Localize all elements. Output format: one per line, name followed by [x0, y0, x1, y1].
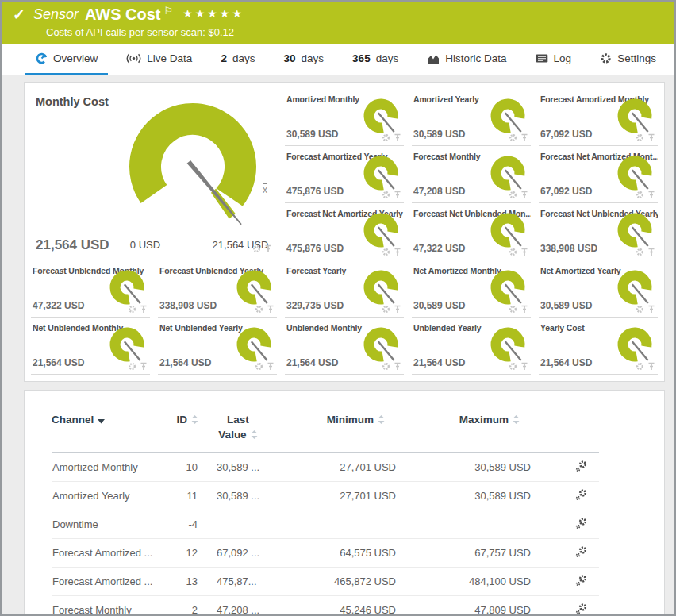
gauge-value: 475,876 USD: [286, 186, 344, 197]
pin-icon[interactable]: [140, 305, 148, 314]
gear-icon[interactable]: [636, 305, 644, 314]
pin-icon[interactable]: [140, 362, 148, 371]
gear-icon[interactable]: [382, 191, 390, 199]
pin-icon[interactable]: [394, 305, 401, 314]
gear-icon[interactable]: [382, 362, 390, 371]
last-value-cell: [198, 510, 278, 538]
gauge-value: 338,908 USD: [159, 300, 217, 311]
log-icon: [536, 53, 548, 64]
gauges-panel: Monthly Cost x 0 USD 21,564 USD 21,564 U…: [24, 82, 665, 382]
gear-icon[interactable]: [128, 362, 136, 371]
pin-icon[interactable]: [647, 362, 655, 371]
gauge-dial: [613, 324, 656, 367]
col-header-maximum[interactable]: Maximum: [397, 413, 532, 452]
gauge-value: 30,589 USD: [286, 129, 338, 140]
edit-channel-icon[interactable]: [574, 517, 588, 530]
gauge-value: 21,564 USD: [33, 357, 84, 368]
gear-icon[interactable]: [636, 191, 644, 199]
pin-icon[interactable]: [264, 244, 272, 253]
gauge-cell-forecast-net-amortized-mont: Forecast Net Amortized Mont...67,092 USD: [539, 146, 658, 203]
gauge-value: 21,564 USD: [286, 357, 338, 368]
sort-updown-icon[interactable]: [513, 415, 520, 424]
pin-icon[interactable]: [267, 305, 275, 314]
tab-label: Live Data: [147, 52, 192, 64]
gear-icon[interactable]: [382, 248, 390, 256]
pin-icon[interactable]: [647, 133, 655, 142]
edit-channel-icon[interactable]: [574, 603, 588, 614]
tab-label: Settings: [617, 52, 656, 64]
pin-icon[interactable]: [520, 305, 528, 314]
pin-icon[interactable]: [520, 362, 528, 371]
gear-icon[interactable]: [509, 362, 517, 371]
sort-updown-icon[interactable]: [251, 430, 258, 439]
gear-icon[interactable]: [509, 191, 517, 199]
pin-icon[interactable]: [520, 248, 528, 256]
pin-icon[interactable]: [394, 362, 401, 371]
gear-icon[interactable]: [636, 248, 644, 256]
gear-icon[interactable]: [509, 133, 517, 142]
sort-updown-icon[interactable]: [378, 415, 385, 424]
gauge-cell-forecast-amortized-monthly: Forecast Amortized Monthly67,092 USD: [539, 89, 658, 146]
gear-icon[interactable]: [382, 133, 390, 142]
tab-label: Log: [554, 52, 572, 64]
gauge-value: 67,092 USD: [540, 186, 592, 197]
gauge-value: 21,564 USD: [413, 357, 465, 368]
edit-channel-icon[interactable]: [574, 574, 588, 587]
gear-icon[interactable]: [636, 362, 644, 371]
pin-icon[interactable]: [647, 191, 655, 199]
gear-icon[interactable]: [128, 305, 136, 314]
priority-stars[interactable]: ★★★★★: [182, 7, 244, 20]
edit-channel-icon[interactable]: [574, 545, 588, 559]
col-header-id[interactable]: ID: [167, 413, 198, 452]
pin-icon[interactable]: [394, 133, 401, 142]
channel-row-amortized-monthly: Amortized Monthly1030,589 ...27,701 USD3…: [52, 452, 599, 481]
sort-desc-icon[interactable]: [98, 419, 105, 424]
pin-icon[interactable]: [394, 248, 401, 256]
tab-2-days[interactable]: 2days: [210, 44, 265, 75]
gear-icon[interactable]: [255, 362, 263, 371]
pin-icon[interactable]: [520, 191, 528, 199]
pin-icon[interactable]: [647, 248, 655, 256]
tab-log[interactable]: Log: [525, 44, 582, 75]
maximum-cell: [397, 510, 532, 538]
gear-icon[interactable]: [255, 305, 263, 314]
channel-name-cell: Forecast Amortized ...: [52, 567, 167, 595]
gauge-dial: [613, 95, 656, 138]
gauge-value: 30,589 USD: [413, 129, 465, 140]
tab-label: Historic Data: [445, 52, 506, 64]
pin-icon[interactable]: [394, 191, 401, 199]
gauge-cell-forecast-unblended-yearly: Forecast Unblended Yearly338,908 USD: [158, 260, 277, 318]
edit-channel-icon[interactable]: [574, 460, 588, 473]
sensor-subtitle: Costs of API calls per sensor scan: $0.1…: [46, 26, 663, 38]
flag-icon[interactable]: ⚐: [164, 5, 174, 17]
sort-updown-icon[interactable]: [191, 415, 198, 424]
gauge-scale-min: 0 USD: [109, 239, 181, 251]
channel-row-forecast-amortized: Forecast Amortized ...1267,092 ...64,575…: [52, 538, 599, 567]
gear-icon[interactable]: [636, 133, 644, 142]
gear-icon[interactable]: [509, 248, 517, 256]
col-header-minimum[interactable]: Minimum: [278, 413, 397, 452]
minimum-cell: 45,246 USD: [278, 595, 397, 614]
col-header-channel[interactable]: Channel: [52, 413, 167, 452]
gauge-value: 21,564 USD: [540, 357, 592, 368]
tab-live-data[interactable]: Live Data: [116, 44, 202, 75]
last-value-cell: 30,589 ...: [198, 481, 278, 510]
pin-icon[interactable]: [520, 133, 528, 142]
pin-icon[interactable]: [647, 305, 655, 314]
last-value-cell: 67,092 ...: [198, 538, 278, 567]
gear-icon[interactable]: [509, 305, 517, 314]
tab-overview[interactable]: Overview: [25, 44, 108, 75]
gear-icon[interactable]: [252, 244, 261, 253]
tab-settings[interactable]: Settings: [590, 44, 666, 75]
gauge-dial: [106, 324, 148, 367]
edit-channel-icon[interactable]: [574, 488, 588, 502]
channel-name-cell: Forecast Monthly: [52, 595, 167, 614]
tab-365-days[interactable]: 365days: [342, 44, 409, 75]
tab-30-days[interactable]: 30days: [274, 44, 335, 75]
col-header-last-value[interactable]: LastValue: [198, 413, 278, 452]
maximum-cell: 47,809 USD: [397, 595, 532, 614]
tab-historic-data[interactable]: Historic Data: [417, 44, 517, 75]
gear-icon[interactable]: [382, 305, 390, 314]
pin-icon[interactable]: [267, 362, 275, 371]
minimum-cell: 27,701 USD: [278, 481, 397, 510]
